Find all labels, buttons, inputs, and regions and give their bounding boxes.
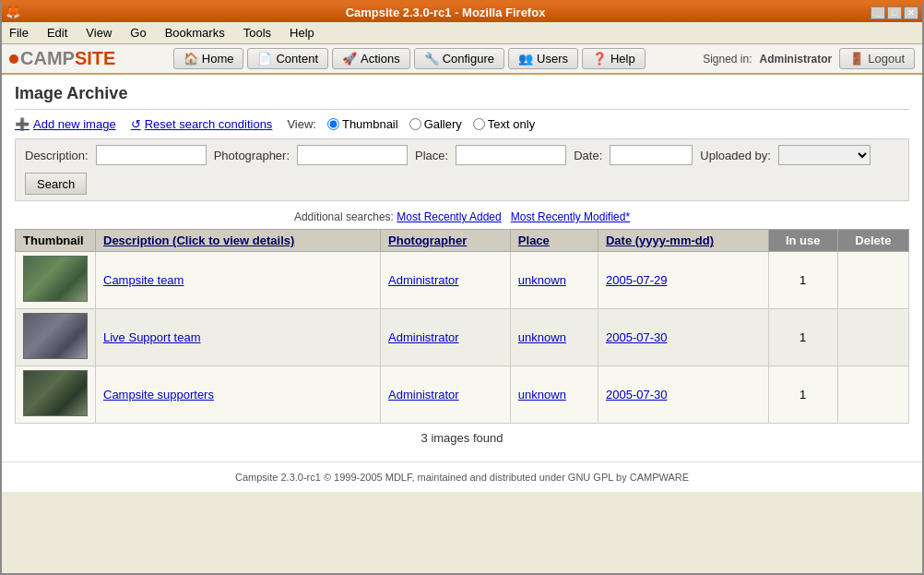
uploaded-by-label: Uploaded by: bbox=[700, 149, 771, 162]
place-input[interactable] bbox=[456, 145, 566, 165]
thumbnail-cell bbox=[16, 309, 96, 366]
menu-bookmarks[interactable]: Bookmarks bbox=[161, 24, 229, 42]
place-link[interactable]: unknown bbox=[518, 388, 566, 401]
description-label: Description: bbox=[25, 149, 89, 162]
additional-searches: Additional searches: Most Recently Added… bbox=[15, 207, 909, 225]
col-delete: Delete bbox=[837, 230, 908, 252]
in-use-cell: 1 bbox=[768, 309, 837, 366]
description-link[interactable]: Campsite team bbox=[103, 273, 184, 287]
maximize-button[interactable]: □ bbox=[887, 6, 902, 19]
date-link[interactable]: 2005-07-30 bbox=[606, 330, 668, 344]
search-form: Description: Photographer: Place: Date: … bbox=[15, 138, 909, 201]
home-icon: 🏠 bbox=[184, 52, 198, 66]
sort-place-link[interactable]: Place bbox=[518, 234, 550, 247]
plus-icon: ➕ bbox=[15, 117, 30, 131]
logo-camp-text: CAMP bbox=[20, 48, 75, 69]
most-recently-added-link[interactable]: Most Recently Added bbox=[397, 210, 501, 223]
nav-actions-label: Actions bbox=[361, 52, 400, 66]
footer-text: Campsite 2.3.0-rc1 © 1999-2005 MDLF, mai… bbox=[235, 472, 689, 483]
date-link[interactable]: 2005-07-30 bbox=[606, 388, 668, 401]
col-in-use: In use bbox=[768, 230, 837, 252]
footer: Campsite 2.3.0-rc1 © 1999-2005 MDLF, mai… bbox=[2, 461, 922, 492]
nav-help-label: Help bbox=[610, 52, 635, 66]
sort-description-link[interactable]: Description (Click to view details) bbox=[103, 234, 294, 247]
search-button[interactable]: Search bbox=[25, 173, 87, 195]
nav-actions-button[interactable]: 🚀 Actions bbox=[332, 48, 410, 69]
thumbnail-cell bbox=[16, 366, 96, 424]
menu-bar: File Edit View Go Bookmarks Tools Help bbox=[2, 22, 922, 44]
date-link[interactable]: 2005-07-29 bbox=[606, 273, 668, 287]
logo-site-text: SITE bbox=[75, 48, 115, 69]
delete-cell bbox=[837, 309, 908, 366]
date-input[interactable] bbox=[610, 145, 693, 165]
photographer-cell: Administrator bbox=[381, 366, 511, 424]
logo-dot-icon bbox=[9, 54, 18, 64]
view-gallery-label[interactable]: Gallery bbox=[409, 117, 462, 131]
table-row: Live Support team Administrator unknown … bbox=[16, 309, 909, 366]
delete-cell bbox=[837, 252, 908, 309]
reset-search-link[interactable]: ↺ Reset search conditions bbox=[131, 117, 273, 131]
nav-help-button[interactable]: ❓ Help bbox=[582, 48, 646, 69]
place-link[interactable]: unknown bbox=[518, 273, 566, 287]
menu-edit[interactable]: Edit bbox=[43, 24, 71, 42]
most-recently-modified-link[interactable]: Most Recently Modified* bbox=[511, 210, 630, 223]
uploaded-by-select[interactable]: Administrator bbox=[778, 145, 871, 165]
actions-icon: 🚀 bbox=[342, 52, 357, 66]
place-link[interactable]: unknown bbox=[518, 330, 566, 344]
sort-date-link[interactable]: Date (yyyy-mm-dd) bbox=[606, 234, 714, 247]
users-icon: 👥 bbox=[518, 52, 533, 66]
window-title: Campsite 2.3.0-rc1 - Mozilla Firefox bbox=[20, 6, 871, 19]
nav-home-button[interactable]: 🏠 Home bbox=[173, 48, 244, 69]
in-use-cell: 1 bbox=[768, 252, 837, 309]
photographer-input[interactable] bbox=[297, 145, 408, 165]
add-new-image-link[interactable]: ➕ Add new image bbox=[15, 117, 116, 131]
nav-users-button[interactable]: 👥 Users bbox=[508, 48, 578, 69]
photographer-link[interactable]: Administrator bbox=[388, 388, 459, 401]
view-text-only-text: Text only bbox=[488, 117, 535, 131]
description-link[interactable]: Live Support team bbox=[103, 330, 201, 344]
photographer-link[interactable]: Administrator bbox=[388, 273, 459, 287]
table-header-row: Thumbnail Description (Click to view det… bbox=[16, 230, 909, 252]
menu-help[interactable]: Help bbox=[286, 24, 318, 42]
description-input[interactable] bbox=[96, 145, 207, 165]
menu-go[interactable]: Go bbox=[126, 24, 149, 42]
close-button[interactable]: ✕ bbox=[904, 6, 918, 19]
configure-icon: 🔧 bbox=[424, 52, 439, 66]
view-text-only-radio[interactable] bbox=[473, 118, 485, 130]
title-bar: 🦊 Campsite 2.3.0-rc1 - Mozilla Firefox _… bbox=[2, 3, 922, 22]
page-title: Image Archive bbox=[15, 84, 909, 110]
place-cell: unknown bbox=[510, 252, 598, 309]
sort-photographer-link[interactable]: Photographer bbox=[388, 234, 467, 247]
add-new-label: Add new image bbox=[33, 117, 116, 131]
nav-content-button[interactable]: 📄 Content bbox=[247, 48, 328, 69]
images-found: 3 images found bbox=[15, 424, 909, 452]
view-gallery-radio[interactable] bbox=[409, 118, 421, 130]
menu-tools[interactable]: Tools bbox=[240, 24, 275, 42]
view-thumbnail-radio[interactable] bbox=[327, 118, 339, 130]
view-thumbnail-label[interactable]: Thumbnail bbox=[327, 117, 398, 131]
main-content: Image Archive ➕ Add new image ↺ Reset se… bbox=[2, 75, 922, 461]
table-row: Campsite supporters Administrator unknow… bbox=[16, 366, 909, 424]
minimize-button[interactable]: _ bbox=[871, 6, 885, 19]
nav-users-label: Users bbox=[537, 52, 568, 66]
view-text-only-label[interactable]: Text only bbox=[473, 117, 535, 131]
menu-view[interactable]: View bbox=[82, 24, 115, 42]
nav-bar: CAMPSITE 🏠 Home 📄 Content 🚀 Actions 🔧 Co… bbox=[2, 44, 922, 75]
thumbnail-image bbox=[23, 256, 88, 302]
help-icon: ❓ bbox=[592, 52, 607, 66]
description-link[interactable]: Campsite supporters bbox=[103, 388, 214, 401]
nav-buttons: 🏠 Home 📄 Content 🚀 Actions 🔧 Configure 👥… bbox=[173, 48, 646, 69]
col-place: Place bbox=[510, 230, 598, 252]
photographer-link[interactable]: Administrator bbox=[388, 330, 459, 344]
thumbnail-image bbox=[23, 313, 88, 359]
date-cell: 2005-07-29 bbox=[598, 252, 768, 309]
logout-button[interactable]: 🚪 Logout bbox=[839, 48, 915, 69]
view-gallery-text: Gallery bbox=[424, 117, 462, 131]
toolbar: ➕ Add new image ↺ Reset search condition… bbox=[15, 117, 909, 131]
date-cell: 2005-07-30 bbox=[598, 366, 768, 424]
table-row: Campsite team Administrator unknown 2005… bbox=[16, 252, 909, 309]
nav-configure-button[interactable]: 🔧 Configure bbox=[414, 48, 504, 69]
reset-label: Reset search conditions bbox=[145, 117, 273, 131]
menu-file[interactable]: File bbox=[6, 24, 32, 42]
nav-home-label: Home bbox=[202, 52, 234, 66]
